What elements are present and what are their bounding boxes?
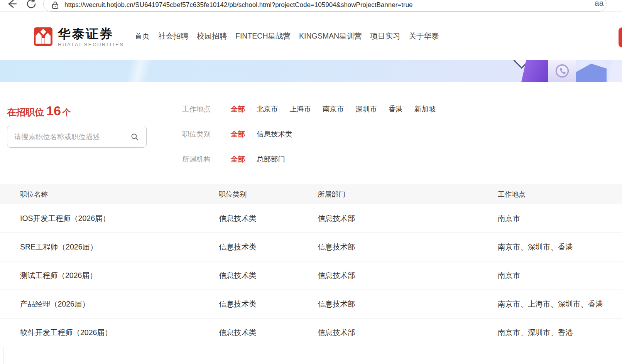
nav-campus-recruit[interactable]: 校园招聘 <box>197 31 227 41</box>
job-search-input[interactable] <box>14 126 130 147</box>
open-positions-unit: 个 <box>63 108 71 117</box>
web-page: 华泰证券 HUATAI SECURITIES 首页 社会招聘 校园招聘 FINT… <box>0 12 622 364</box>
filter-option[interactable]: 总部部门 <box>257 154 285 164</box>
filter-option[interactable]: 全部 <box>231 154 245 164</box>
table-cell: 南京市、深圳市、香港 <box>498 242 622 252</box>
filter-option[interactable]: 北京市 <box>257 104 278 114</box>
filter-label: 工作地点 <box>182 104 231 114</box>
filter-row-0: 工作地点全部北京市上海市南京市深圳市香港新加坡 <box>182 104 436 114</box>
filter-options: 全部信息技术类 <box>231 129 292 139</box>
project-banner <box>0 60 622 82</box>
nav-social-recruit[interactable]: 社会招聘 <box>158 31 188 41</box>
banner-streak-decoration <box>96 60 181 82</box>
table-cell: 信息技术部 <box>318 299 498 309</box>
table-cell: 信息技术部 <box>318 327 498 338</box>
site-header: 华泰证券 HUATAI SECURITIES 首页 社会招聘 校园招聘 FINT… <box>0 12 622 61</box>
huatai-logo[interactable]: 华泰证券 HUATAI SECURITIES <box>34 27 124 47</box>
filter-options: 全部北京市上海市南京市深圳市香港新加坡 <box>231 104 436 114</box>
search-icon[interactable] <box>131 133 139 141</box>
filter-option[interactable]: 全部 <box>231 104 245 114</box>
table-cell: 产品经理（2026届） <box>20 299 219 309</box>
filter-option[interactable]: 上海市 <box>290 104 311 114</box>
logo-en-text: HUATAI SECURITIES <box>58 42 124 47</box>
table-cell: 南京市、上海市、深圳市、香港 <box>498 299 622 309</box>
job-table: 职位名称职位类别所属部门工作地点IOS开发工程师（2026届）信息技术类信息技术… <box>0 184 622 347</box>
table-cell: 信息技术类 <box>219 242 318 252</box>
table-cell: 信息技术部 <box>318 213 498 224</box>
logo-text: 华泰证券 HUATAI SECURITIES <box>58 27 124 47</box>
filter-row-1: 职位类别全部信息技术类 <box>182 129 436 139</box>
filters-panel: 工作地点全部北京市上海市南京市深圳市香港新加坡职位类别全部信息技术类所属机构全部… <box>182 104 436 179</box>
filter-label: 职位类别 <box>182 129 231 139</box>
phone-icon <box>555 64 570 78</box>
table-cell: 信息技术部 <box>318 270 498 281</box>
filter-option[interactable]: 新加坡 <box>414 104 436 114</box>
table-cell: 信息技术部 <box>318 242 498 252</box>
table-cell: 信息技术类 <box>219 270 318 281</box>
nav-project-intern[interactable]: 项目实习 <box>370 31 401 41</box>
lock-icon[interactable] <box>51 0 59 10</box>
screenshot-root: https://wecruit.hotjob.cn/SU6419745cbef5… <box>0 0 622 364</box>
filter-option[interactable]: 南京市 <box>323 104 344 114</box>
filter-row-2: 所属机构全部总部部门 <box>182 154 436 164</box>
nav-fintech-camp[interactable]: FINTECH星战营 <box>235 31 291 41</box>
table-cell: 测试工程师（2026届） <box>20 270 219 281</box>
table-header-cell: 职位类别 <box>219 190 318 199</box>
filter-section: 在招职位16个 工作地点全部北京市上海市南京市深圳市香港新加坡职位类别全部信息技… <box>0 82 622 184</box>
filter-label: 所属机构 <box>182 154 231 164</box>
table-header-row: 职位名称职位类别所属部门工作地点 <box>0 184 622 204</box>
filter-option[interactable]: 信息技术类 <box>257 129 292 139</box>
open-positions-number: 16 <box>46 103 61 118</box>
browser-reload-icon[interactable] <box>25 0 38 10</box>
filter-option[interactable]: 全部 <box>231 129 245 139</box>
nav-kingsman-camp[interactable]: KINGSMAN星训营 <box>299 31 362 41</box>
filter-option[interactable]: 香港 <box>389 104 403 114</box>
edge-action-button[interactable] <box>619 27 622 47</box>
job-search-box <box>7 126 147 148</box>
logo-cn-text: 华泰证券 <box>58 27 124 41</box>
filter-option[interactable]: 深圳市 <box>356 104 377 114</box>
table-cell: 南京市、深圳市、香港 <box>498 327 622 338</box>
table-cell: 软件开发工程师（2026届） <box>20 327 219 338</box>
table-cell: 南京市 <box>498 270 622 281</box>
table-cell: 信息技术类 <box>219 213 318 224</box>
table-cell: 信息技术类 <box>219 327 318 338</box>
table-row[interactable]: 软件开发工程师（2026届）信息技术类信息技术部南京市、深圳市、香港 <box>0 318 622 347</box>
filter-options: 全部总部部门 <box>231 154 285 164</box>
open-positions-count: 在招职位16个 <box>7 103 71 118</box>
table-row[interactable]: 产品经理（2026届）信息技术类信息技术部南京市、上海市、深圳市、香港 <box>0 290 622 318</box>
nav-home[interactable]: 首页 <box>135 31 150 41</box>
main-nav: 首页 社会招聘 校园招聘 FINTECH星战营 KINGSMAN星训营 项目实习… <box>135 31 439 41</box>
table-header-cell: 工作地点 <box>498 190 622 199</box>
table-header-cell: 职位名称 <box>20 190 219 199</box>
url-text[interactable]: https://wecruit.hotjob.cn/SU6419745cbef5… <box>64 0 520 11</box>
huatai-logo-icon <box>34 27 52 46</box>
table-row[interactable]: IOS开发工程师（2026届）信息技术类信息技术部南京市 <box>0 204 622 233</box>
table-cell: 南京市 <box>498 213 622 224</box>
browser-back-icon[interactable] <box>5 0 19 10</box>
browser-toolbar: https://wecruit.hotjob.cn/SU6419745cbef5… <box>0 0 622 12</box>
table-row[interactable]: SRE工程师（2026届）信息技术类信息技术部南京市、深圳市、香港 <box>0 233 622 261</box>
text-zoom-indicator[interactable]: aa <box>595 0 603 8</box>
table-cell: IOS开发工程师（2026届） <box>20 213 219 224</box>
nav-about-huatai[interactable]: 关于华泰 <box>409 31 439 41</box>
table-cell: 信息技术类 <box>219 299 318 309</box>
table-cell: SRE工程师（2026届） <box>20 242 219 252</box>
banner-lavender-panel-decoration <box>548 60 576 82</box>
table-row[interactable]: 测试工程师（2026届）信息技术类信息技术部南京市 <box>0 261 622 290</box>
banner-right-panel-decoration <box>608 60 622 82</box>
table-header-cell: 所属部门 <box>318 190 498 199</box>
open-positions-label: 在招职位 <box>7 107 44 117</box>
